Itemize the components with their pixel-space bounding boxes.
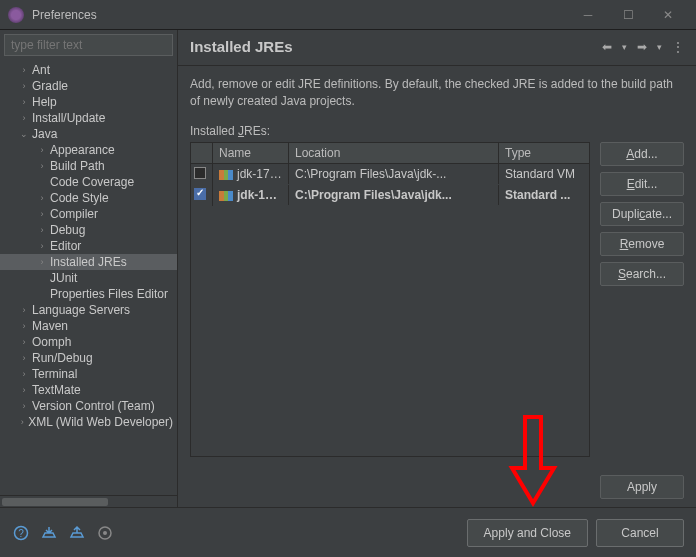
chevron-right-icon[interactable]: › — [18, 304, 30, 316]
search-button[interactable]: Search... — [600, 262, 684, 286]
back-icon[interactable]: ⬅ — [602, 40, 612, 54]
tree-item-label: Language Servers — [32, 303, 130, 317]
chevron-right-icon[interactable]: › — [36, 256, 48, 268]
tree-item[interactable]: ›TextMate — [0, 382, 177, 398]
chevron-right-icon[interactable]: › — [18, 80, 30, 92]
tree-item[interactable]: ›Oomph — [0, 334, 177, 350]
export-icon[interactable] — [68, 524, 86, 542]
tree-item[interactable]: ›Terminal — [0, 366, 177, 382]
add-button[interactable]: Add... — [600, 142, 684, 166]
chevron-right-icon[interactable] — [36, 176, 48, 188]
row-checkbox[interactable] — [194, 167, 206, 179]
tree-item-label: Appearance — [50, 143, 115, 157]
chevron-right-icon[interactable]: › — [36, 240, 48, 252]
chevron-right-icon[interactable]: › — [18, 112, 30, 124]
col-location[interactable]: Location — [289, 143, 499, 163]
tree-item[interactable]: ›Language Servers — [0, 302, 177, 318]
chevron-right-icon[interactable] — [36, 272, 48, 284]
forward-dropdown-icon[interactable]: ▾ — [622, 42, 627, 52]
chevron-right-icon[interactable]: › — [18, 400, 30, 412]
chevron-right-icon[interactable]: › — [18, 352, 30, 364]
remove-button[interactable]: Remove — [600, 232, 684, 256]
tree-item-label: Debug — [50, 223, 85, 237]
tree-item[interactable]: ›Build Path — [0, 158, 177, 174]
tree-item-label: Help — [32, 95, 57, 109]
edit-button[interactable]: Edit... — [600, 172, 684, 196]
tree-item[interactable]: ›Version Control (Team) — [0, 398, 177, 414]
chevron-right-icon[interactable]: › — [18, 320, 30, 332]
tree-item[interactable]: ›Run/Debug — [0, 350, 177, 366]
row-checkbox-cell — [191, 185, 213, 206]
row-checkbox[interactable] — [194, 188, 206, 200]
chevron-right-icon[interactable] — [36, 288, 48, 300]
jre-icon — [219, 191, 233, 201]
chevron-right-icon[interactable]: › — [18, 384, 30, 396]
tree-item-label: Gradle — [32, 79, 68, 93]
chevron-right-icon[interactable]: › — [36, 192, 48, 204]
chevron-right-icon[interactable]: › — [36, 208, 48, 220]
chevron-right-icon[interactable]: › — [18, 336, 30, 348]
row-type: Standard VM — [499, 164, 589, 184]
footer-icons: ? — [12, 524, 467, 542]
tree-item[interactable]: ›Gradle — [0, 78, 177, 94]
minimize-button[interactable]: ─ — [568, 2, 608, 28]
tree-item[interactable]: ›XML (Wild Web Developer) — [0, 414, 177, 430]
tree-item[interactable]: ›Editor — [0, 238, 177, 254]
content-panel: Installed JREs ⬅ ▾ ➡ ▾ ⋮ Add, remove or … — [178, 30, 696, 507]
tree-item-label: Ant — [32, 63, 50, 77]
tree-item[interactable]: ›Ant — [0, 62, 177, 78]
close-button[interactable]: ✕ — [648, 2, 688, 28]
tree-item-label: Terminal — [32, 367, 77, 381]
tree-item-label: Editor — [50, 239, 81, 253]
chevron-right-icon[interactable]: › — [36, 224, 48, 236]
tree-item-label: Run/Debug — [32, 351, 93, 365]
forward-dropdown-icon-2[interactable]: ▾ — [657, 42, 662, 52]
tree-item[interactable]: ›Code Style — [0, 190, 177, 206]
table-row[interactable]: jdk-17....C:\Program Files\Java\jdk-...S… — [191, 164, 589, 185]
chevron-right-icon[interactable]: › — [18, 96, 30, 108]
filter-input[interactable] — [4, 34, 173, 56]
maximize-button[interactable]: ☐ — [608, 2, 648, 28]
tree-item[interactable]: Properties Files Editor — [0, 286, 177, 302]
tree-item[interactable]: Code Coverage — [0, 174, 177, 190]
chevron-right-icon[interactable]: › — [36, 144, 48, 156]
tree-item[interactable]: ›Appearance — [0, 142, 177, 158]
apply-row: Apply — [178, 467, 696, 507]
forward-icon[interactable]: ➡ — [637, 40, 647, 54]
tree-item-label: Build Path — [50, 159, 105, 173]
titlebar[interactable]: Preferences ─ ☐ ✕ — [0, 0, 696, 30]
tree-item[interactable]: ›Installed JREs — [0, 254, 177, 270]
col-name[interactable]: Name — [213, 143, 289, 163]
tree-item[interactable]: ›Compiler — [0, 206, 177, 222]
table-row[interactable]: jdk-19 ...C:\Program Files\Java\jdk...St… — [191, 185, 589, 206]
duplicate-button[interactable]: Duplicate... — [600, 202, 684, 226]
menu-icon[interactable]: ⋮ — [672, 40, 684, 54]
col-type[interactable]: Type — [499, 143, 589, 163]
scrollbar-thumb[interactable] — [2, 498, 108, 506]
chevron-down-icon[interactable]: ⌄ — [18, 128, 30, 140]
import-icon[interactable] — [40, 524, 58, 542]
row-type: Standard ... — [499, 185, 589, 205]
cancel-button[interactable]: Cancel — [596, 519, 684, 547]
svg-point-3 — [103, 531, 107, 535]
page-title: Installed JREs — [190, 38, 602, 55]
tree-item-label: Install/Update — [32, 111, 105, 125]
row-name: jdk-17.... — [213, 164, 289, 184]
tree-item[interactable]: JUnit — [0, 270, 177, 286]
oomph-icon[interactable] — [96, 524, 114, 542]
apply-button[interactable]: Apply — [600, 475, 684, 499]
help-icon[interactable]: ? — [12, 524, 30, 542]
tree-item[interactable]: ›Help — [0, 94, 177, 110]
chevron-right-icon[interactable]: › — [18, 416, 26, 428]
col-checkbox[interactable] — [191, 143, 213, 163]
tree-item[interactable]: ›Maven — [0, 318, 177, 334]
tree-item[interactable]: ›Debug — [0, 222, 177, 238]
tree-item[interactable]: ⌄Java — [0, 126, 177, 142]
chevron-right-icon[interactable]: › — [18, 368, 30, 380]
chevron-right-icon[interactable]: › — [36, 160, 48, 172]
table-body: jdk-17....C:\Program Files\Java\jdk-...S… — [191, 164, 589, 456]
horizontal-scrollbar[interactable] — [0, 495, 177, 507]
tree-item[interactable]: ›Install/Update — [0, 110, 177, 126]
chevron-right-icon[interactable]: › — [18, 64, 30, 76]
apply-and-close-button[interactable]: Apply and Close — [467, 519, 588, 547]
